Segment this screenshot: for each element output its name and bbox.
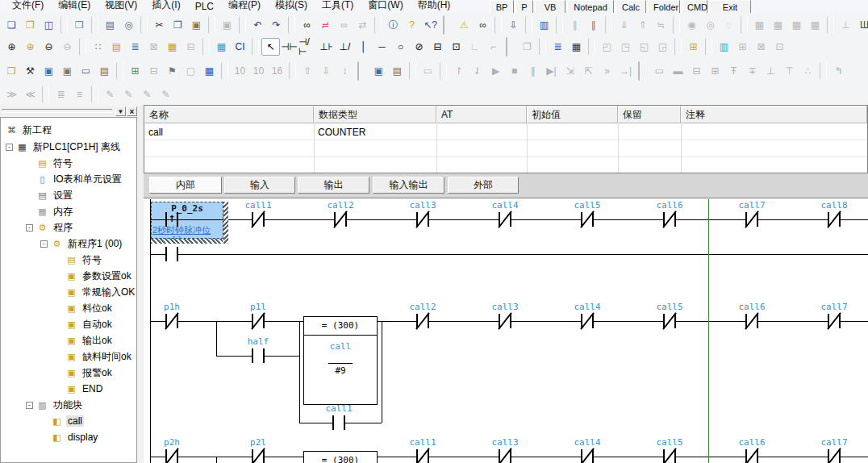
network-1-icon[interactable]: ▭: [650, 62, 669, 80]
tree-fb-display[interactable]: ◧ display: [51, 430, 99, 444]
menu-insert[interactable]: 插入(I): [144, 0, 187, 13]
network-8-icon[interactable]: ⊤: [780, 62, 799, 80]
new-instruction2-icon[interactable]: ⊡: [447, 38, 465, 56]
select-cursor-icon[interactable]: ↖: [261, 38, 280, 56]
tree-section-input[interactable]: ▣ 常规输入OK: [65, 285, 136, 299]
tree-program1-symbols[interactable]: ▤ 符号: [65, 252, 103, 267]
panel-grip[interactable]: [2, 109, 112, 113]
output-view-icon[interactable]: ▣: [58, 62, 77, 80]
local-symbols-icon[interactable]: ≣: [126, 38, 144, 56]
tree-expander[interactable]: -: [26, 224, 33, 232]
tree-section-shortage[interactable]: ▣ 缺料时间ok: [65, 349, 133, 364]
contact-r3-call7[interactable]: call7: [828, 449, 841, 463]
network-3-icon[interactable]: ⊟: [687, 62, 706, 80]
compare-instruction-block-2[interactable]: = (300): [303, 451, 378, 463]
contact-r3-call5[interactable]: call5: [663, 449, 676, 463]
contact-r2-call4[interactable]: call4: [581, 314, 594, 328]
col-comment[interactable]: 注释: [681, 106, 867, 123]
layers-icon[interactable]: ≣: [549, 38, 567, 56]
menu-edit[interactable]: 编辑(E): [51, 0, 98, 13]
new-section-icon[interactable]: ❒: [2, 62, 21, 80]
menu-tools[interactable]: 工具(T): [315, 0, 361, 13]
vb-button[interactable]: VB: [535, 0, 565, 14]
symbol-row[interactable]: [144, 123, 867, 140]
cut-icon[interactable]: ✂: [150, 16, 169, 34]
menu-file[interactable]: 文件(F): [5, 0, 51, 13]
tree-expander[interactable]: -: [6, 144, 13, 151]
tab-output[interactable]: 输出: [298, 177, 369, 194]
context-help-icon[interactable]: ↖?: [421, 16, 440, 34]
online-edit-go-icon[interactable]: ✎: [156, 86, 175, 103]
contact-r2-call6[interactable]: call6: [745, 314, 758, 328]
contact-p2h[interactable]: p2h: [165, 449, 178, 463]
watch-window-2-icon[interactable]: ⊞: [733, 38, 752, 56]
upload-icon[interactable]: ⇑: [633, 16, 652, 34]
contact-r3-call6[interactable]: call6: [745, 449, 758, 463]
network-9-icon[interactable]: ∴: [799, 62, 817, 80]
contact-call[interactable]: call: [165, 247, 178, 261]
new-instruction-icon[interactable]: ⊟: [428, 38, 447, 56]
mnemonics-icon[interactable]: ⊟: [182, 38, 200, 56]
tab-external[interactable]: 外部: [448, 177, 519, 194]
tree-section-output[interactable]: ▣ 输出ok: [65, 333, 114, 348]
find-icon[interactable]: ∞: [298, 16, 316, 34]
tree-fb-call[interactable]: ◧ call: [51, 414, 84, 428]
sim-step-over-icon[interactable]: ⇱: [579, 62, 598, 80]
tree-section-level[interactable]: ▣ 料位ok: [65, 301, 114, 315]
new-or-closed-contact-icon[interactable]: ⊥/: [336, 38, 354, 56]
folder-button[interactable]: Folder: [648, 0, 680, 14]
menu-program[interactable]: 编程(P): [221, 0, 268, 13]
tree-programs[interactable]: - ⚙ 程序: [26, 220, 74, 235]
differential-set-icon[interactable]: ⊥: [837, 16, 855, 34]
monitor-table-icon[interactable]: ▦: [212, 38, 231, 56]
contact-call3[interactable]: call3: [416, 212, 429, 227]
compare-icon[interactable]: ≒: [652, 16, 670, 34]
contact-r2-call3[interactable]: call3: [499, 314, 511, 328]
copy-icon[interactable]: ❐: [169, 16, 187, 34]
tree-plc-node[interactable]: - ▦ 新PLC1[CP1H] 离线: [6, 140, 122, 154]
go-to-next-icon[interactable]: ↕: [336, 62, 354, 80]
compile-all-icon[interactable]: ∞: [474, 16, 492, 34]
symbol-table-icon[interactable]: ▤: [107, 38, 126, 56]
zoom-custom-icon[interactable]: ⊕: [21, 38, 40, 56]
zoom-out-icon[interactable]: ⊖: [40, 38, 58, 56]
menu-window[interactable]: 窗口(W): [361, 0, 410, 13]
contact-call6[interactable]: call6: [663, 212, 676, 227]
find-in-files-icon[interactable]: ❒: [70, 16, 89, 34]
tree-function-blocks[interactable]: - ▥ 功能块: [26, 398, 84, 412]
delete-horizontal-icon[interactable]: ⌐: [484, 38, 503, 56]
sim-pause-icon[interactable]: ∥: [524, 62, 542, 80]
tree-program1[interactable]: - ⚙ 新程序1 (00): [40, 236, 123, 251]
sim-step-in-icon[interactable]: ⇲: [561, 62, 579, 80]
about-icon[interactable]: ⓘ: [384, 16, 403, 34]
differential-monitor-icon[interactable]: Ш: [855, 16, 868, 34]
contact-call2[interactable]: call2: [334, 212, 347, 227]
network-4-icon[interactable]: ⊞: [706, 62, 724, 80]
paste-icon[interactable]: ▣: [187, 16, 206, 34]
find-next-icon[interactable]: ∞: [335, 16, 353, 34]
new-coil-icon[interactable]: ○: [391, 38, 410, 56]
address-reference-icon[interactable]: ⚑: [163, 62, 182, 80]
indent-rung-icon[interactable]: ≫: [2, 86, 21, 103]
tree-section-alarm[interactable]: ▣ 报警ok: [65, 365, 114, 380]
menu-help[interactable]: 帮助(H): [411, 0, 458, 13]
col-name[interactable]: 名称: [144, 106, 314, 123]
zoom-fit-icon[interactable]: ⊖: [58, 38, 77, 56]
cmd-button[interactable]: CMD: [682, 0, 707, 14]
force-off-icon[interactable]: ⇃: [468, 62, 486, 80]
window-split-1-icon[interactable]: ◰: [598, 38, 616, 56]
tree-project-root[interactable]: ⌘ 新工程: [6, 123, 53, 137]
contact-call7[interactable]: call7: [745, 212, 758, 227]
window-view-icon[interactable]: ▭: [77, 62, 95, 80]
col-retain[interactable]: 保留: [618, 106, 681, 123]
contact-r3-call3[interactable]: call3: [499, 449, 511, 463]
contact-r2-call7[interactable]: call7: [828, 314, 841, 328]
force-on-icon[interactable]: ↾: [449, 62, 468, 80]
memory-window-4-icon[interactable]: ▦: [806, 16, 824, 34]
sim-step-icon[interactable]: ▶|: [542, 62, 561, 80]
contact-call8[interactable]: call8: [828, 212, 841, 227]
rung-list-edit-icon[interactable]: ≡: [70, 86, 89, 103]
address-change-icon[interactable]: ≓: [316, 16, 335, 34]
panel-collapse-icon[interactable]: ▼: [115, 106, 126, 116]
go-to-output-icon[interactable]: ⇩: [317, 62, 336, 80]
